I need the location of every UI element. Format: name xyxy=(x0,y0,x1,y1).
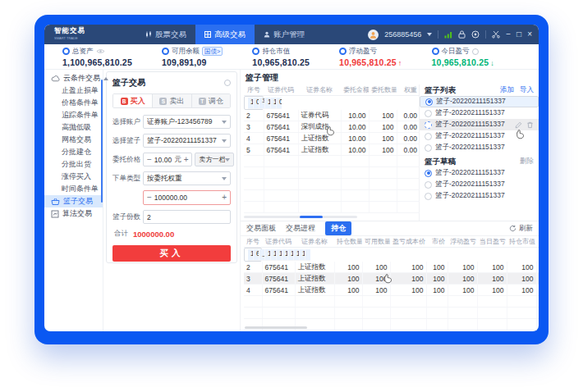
sidebar-item-grid-trade[interactable]: 网格交易 xyxy=(44,134,103,146)
table-cell[interactable]: 100 xyxy=(448,273,477,285)
table-row[interactable]: 4675641上证指数10.001000.00 xyxy=(244,133,420,144)
basket-list-item[interactable]: 篮子-20220211151337 xyxy=(420,130,539,142)
draft-list-item[interactable]: 篮子-20220211151337 xyxy=(420,179,539,190)
table-row[interactable]: 3675641深圳成指10.001000.00 xyxy=(244,121,420,133)
table-cell[interactable]: 10.00 xyxy=(265,98,271,109)
table-cell[interactable]: 0.00 xyxy=(397,121,420,133)
table-cell[interactable]: 100 xyxy=(369,133,397,144)
table-cell[interactable]: 675641 xyxy=(264,133,298,144)
table-cell[interactable]: 100 xyxy=(426,273,448,285)
basket-list-item[interactable]: 篮子-20220211151337 xyxy=(420,96,539,107)
table-cell[interactable]: 100 xyxy=(369,144,397,156)
close-button[interactable]: × xyxy=(527,30,532,39)
table-row[interactable]: 2675641证券代码10.001000.00 xyxy=(244,110,420,121)
tab-sell[interactable]: S 卖出 xyxy=(152,94,191,107)
delete-draft-link[interactable]: 删除 xyxy=(520,157,534,166)
table-cell[interactable]: 3 xyxy=(244,121,264,133)
lock-icon[interactable] xyxy=(458,30,466,39)
table-cell[interactable]: 100 xyxy=(294,249,300,261)
sidebar-item-algo-trade[interactable]: 算法交易 xyxy=(44,207,103,220)
table-row[interactable]: 5675641上证指数10.001000.00 xyxy=(244,144,420,156)
radio[interactable] xyxy=(425,133,432,140)
table-cell[interactable]: 100 xyxy=(477,273,507,285)
table-cell[interactable]: 0.00 xyxy=(277,98,282,109)
basket-list-item[interactable]: 篮子-20220211151337 xyxy=(420,142,539,153)
table-row[interactable]: 3675641上证指数100100100100100100100 xyxy=(244,273,539,285)
sidebar-item-trailing-condition[interactable]: 追踪条件单 xyxy=(44,109,103,121)
headset-icon[interactable] xyxy=(471,30,480,39)
table-cell[interactable]: 100 xyxy=(271,249,277,261)
h-scrollbar-thumb[interactable] xyxy=(245,326,307,329)
sidebar-item-limit-up-buy[interactable]: 涨停买入 xyxy=(44,171,103,183)
table-cell[interactable]: 上证指数 xyxy=(259,249,265,261)
table-cell[interactable]: 100 xyxy=(477,285,507,296)
table-cell[interactable]: 100 xyxy=(426,262,448,273)
tab-account-manage[interactable]: 账户管理 xyxy=(255,25,314,44)
price-mode-select[interactable]: 卖方一档 xyxy=(195,153,234,166)
table-cell[interactable]: 100 xyxy=(300,249,305,261)
table-cell[interactable] xyxy=(536,262,539,273)
basket-list-item-hovered[interactable]: 篮子-20220211151337 xyxy=(420,119,539,130)
table-row[interactable]: 2675641上证指数100100100100100100100 xyxy=(244,262,539,273)
info-icon[interactable] xyxy=(472,48,479,55)
table-cell[interactable]: 100 xyxy=(282,249,288,261)
table-cell[interactable]: 100 xyxy=(477,262,507,273)
account-select[interactable]: 证券账户-123456789 xyxy=(143,115,231,129)
table-cell[interactable]: 100 xyxy=(448,262,477,273)
table-cell[interactable]: 675641 xyxy=(254,249,259,261)
sidebar-item-time-condition[interactable]: 时间条件单 xyxy=(44,183,103,195)
table-cell[interactable]: 证券代码 xyxy=(298,110,341,121)
settings-icon[interactable] xyxy=(224,80,231,86)
table-cell[interactable]: 平安银行 xyxy=(259,98,265,109)
table-cell[interactable]: 上证指数 xyxy=(298,144,341,156)
table-cell[interactable]: 100 xyxy=(390,273,426,285)
tab-advanced-trade[interactable]: 高级交易 xyxy=(195,25,255,44)
treasury-badge[interactable]: 国债> xyxy=(202,47,223,56)
table-cell[interactable]: 100 xyxy=(362,273,390,285)
table-cell[interactable]: 4 xyxy=(244,133,264,144)
draft-list-item[interactable]: 篮子-20220211151337 xyxy=(420,167,539,179)
tab-trade-progress[interactable]: 交易进程 xyxy=(286,223,315,234)
tab-rebalance[interactable]: T 调仓 xyxy=(191,94,230,107)
radio[interactable] xyxy=(425,121,432,129)
table-cell[interactable]: 675641 xyxy=(264,144,298,156)
maximize-button[interactable]: □ xyxy=(516,30,521,39)
table-cell[interactable]: 100 xyxy=(507,262,536,273)
table-cell[interactable]: 100 xyxy=(390,285,426,296)
table-cell[interactable]: 100 xyxy=(362,285,390,296)
table-cell[interactable]: 1 xyxy=(248,98,254,109)
table-cell[interactable]: 100 xyxy=(507,285,536,296)
table-cell[interactable]: 100 xyxy=(271,98,277,109)
table-cell[interactable]: 10.00 xyxy=(341,133,369,144)
table-cell[interactable]: 100 xyxy=(288,249,294,261)
table-cell[interactable]: 深圳成指 xyxy=(298,121,341,133)
table-cell[interactable]: 10.00 xyxy=(341,110,369,121)
table-cell[interactable]: 675641 xyxy=(262,273,295,285)
refresh-button[interactable]: 刷新 xyxy=(509,224,533,234)
user-dropdown-caret-icon[interactable] xyxy=(427,33,432,36)
table-cell[interactable]: 675641 xyxy=(264,121,298,133)
radio[interactable] xyxy=(425,110,432,117)
avatar[interactable] xyxy=(368,30,379,40)
table-cell[interactable]: 000001 xyxy=(254,98,259,109)
amount-minus-button[interactable]: − xyxy=(147,194,152,202)
table-row[interactable]: 1000001平安银行10.001000.00 xyxy=(244,96,264,110)
draft-list-item[interactable]: 篮子-20220211151337 xyxy=(420,190,539,202)
radio[interactable] xyxy=(425,181,432,189)
collapse-caret-icon[interactable] xyxy=(103,77,108,80)
table-cell[interactable]: 4 xyxy=(244,285,262,296)
table-cell[interactable]: 100 xyxy=(426,285,448,296)
table-cell[interactable]: 100 xyxy=(334,285,362,296)
tab-trade-panel[interactable]: 交易面板 xyxy=(246,223,276,234)
table-cell[interactable]: 10.00 xyxy=(341,144,369,156)
radio[interactable] xyxy=(425,193,432,200)
table-cell[interactable]: 2 xyxy=(244,110,264,121)
table-cell[interactable]: 1 xyxy=(248,249,254,261)
tab-buy[interactable]: B 买入 xyxy=(113,94,152,107)
signal-icon[interactable] xyxy=(444,31,452,39)
table-cell[interactable] xyxy=(305,249,310,261)
table-cell[interactable]: 100 xyxy=(362,262,390,273)
table-cell[interactable]: 10.00 xyxy=(341,121,369,133)
sidebar-scroll-indicator[interactable] xyxy=(101,80,103,203)
table-cell[interactable]: 上证指数 xyxy=(295,262,334,273)
